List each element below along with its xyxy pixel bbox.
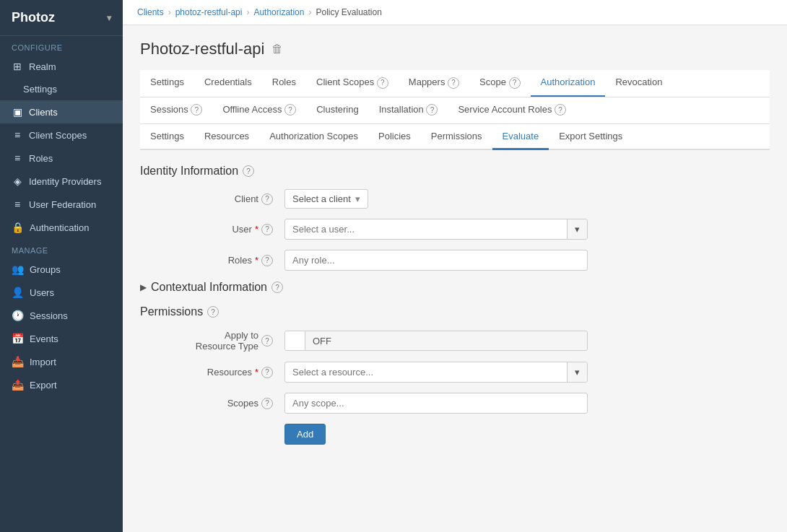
user-federation-icon: ≡ [12,199,23,210]
client-help-icon[interactable]: ? [261,193,273,205]
roles-form-row: Roles * ? [140,250,770,271]
permissions-section-header: Permissions ? [140,305,770,318]
tab-client-scopes[interactable]: Client Scopes ? [306,70,399,97]
add-button[interactable]: Add [284,424,326,445]
roles-required-star: * [255,255,258,266]
subtab-policies[interactable]: Policies [368,124,421,150]
client-select-label: Select a client [292,193,351,204]
roles-help-icon[interactable]: ? [261,255,273,266]
content-area: Photoz-restful-api 🗑 Settings Credential… [123,25,787,532]
scopes-input[interactable] [284,393,588,414]
tab-sessions[interactable]: Sessions ? [140,97,212,124]
resources-select-input[interactable] [285,362,567,382]
user-required-star: * [255,224,258,235]
sidebar-item-settings[interactable]: Settings [0,78,123,100]
tab-settings[interactable]: Settings [140,70,194,97]
sidebar-item-events-label: Events [30,333,58,344]
apply-to-resource-type-row: Apply toResource Type ? OFF [140,330,770,352]
sidebar-item-clients-label: Clients [29,107,58,118]
users-icon: 👤 [12,287,24,298]
breadcrumb-clients[interactable]: Clients [137,7,164,17]
scopes-input-wrap [284,393,588,414]
sidebar-item-export[interactable]: 📤 Export [0,373,123,396]
installation-help-icon[interactable]: ? [426,104,438,115]
mappers-help-icon[interactable]: ? [448,77,459,89]
sidebar-item-realm-label: Realm [29,61,56,72]
sidebar-item-roles[interactable]: ≡ Roles [0,147,123,170]
sidebar-logo[interactable]: Photoz ▾ [0,0,123,36]
sidebar-item-import[interactable]: 📥 Import [0,350,123,373]
subtab-export-settings[interactable]: Export Settings [549,124,632,150]
main-tab-row: Settings Credentials Roles Client Scopes… [140,70,770,97]
sidebar-item-client-scopes-label: Client Scopes [29,130,87,141]
sidebar-item-client-scopes[interactable]: ≡ Client Scopes [0,123,123,147]
resources-help-icon[interactable]: ? [261,367,273,378]
scopes-help-icon[interactable]: ? [261,398,273,409]
sidebar-item-realm[interactable]: ⊞ Realm [0,55,123,78]
sidebar-item-sessions[interactable]: 🕐 Sessions [0,304,123,327]
sidebar-item-clients[interactable]: ▣ Clients [0,100,123,123]
breadcrumb-sep-3: › [308,7,311,17]
resources-label: Resources * ? [140,367,284,378]
user-dropdown-button[interactable]: ▾ [567,219,587,239]
client-scopes-help-icon[interactable]: ? [377,77,388,89]
tab-scope[interactable]: Scope ? [469,70,530,97]
roles-label: Roles * ? [140,255,284,266]
sidebar-item-sessions-label: Sessions [30,310,68,321]
service-help-icon[interactable]: ? [555,104,566,115]
breadcrumb-authorization[interactable]: Authorization [253,7,304,17]
delete-icon[interactable]: 🗑 [271,43,283,56]
tab-authorization[interactable]: Authorization [531,70,606,97]
sidebar-item-identity-providers[interactable]: ◈ Identity Providers [0,170,123,193]
tab-offline-access[interactable]: Offline Access ? [212,97,306,124]
subtab-evaluate[interactable]: Evaluate [492,124,549,150]
tab-mappers[interactable]: Mappers ? [399,70,469,97]
clients-icon: ▣ [12,106,23,118]
client-select-button[interactable]: Select a client ▾ [284,189,368,209]
toggle-handle [285,331,305,350]
tab-installation[interactable]: Installation ? [369,97,448,124]
user-form-row: User * ? ▾ [140,219,770,240]
sessions-help-icon[interactable]: ? [191,104,202,115]
tab-service-account-roles[interactable]: Service Account Roles ? [448,97,576,124]
toggle-label: OFF [305,333,339,349]
identity-help-icon[interactable]: ? [243,165,254,177]
resources-required-star: * [255,367,258,378]
sidebar-item-users[interactable]: 👤 Users [0,281,123,304]
user-label: User * ? [140,224,284,235]
subtab-resources[interactable]: Resources [194,124,259,150]
toggle-switch[interactable]: OFF [284,331,588,351]
scope-help-icon[interactable]: ? [509,77,521,89]
resources-dropdown-button[interactable]: ▾ [567,362,587,382]
breadcrumb-api[interactable]: photoz-restful-api [175,7,243,17]
tab-roles[interactable]: Roles [262,70,306,97]
subtab-settings[interactable]: Settings [140,124,194,150]
sidebar-item-user-federation[interactable]: ≡ User Federation [0,193,123,216]
app-name: Photoz [12,10,55,25]
user-select-dropdown: ▾ [284,219,588,240]
tab-credentials[interactable]: Credentials [194,70,262,97]
user-help-icon[interactable]: ? [261,224,273,235]
sidebar-item-users-label: Users [30,287,54,298]
contextual-header[interactable]: ▶ Contextual Information ? [140,281,770,294]
subtab-permissions[interactable]: Permissions [421,124,492,150]
sidebar-item-export-label: Export [30,380,57,391]
tab-clustering[interactable]: Clustering [306,97,369,124]
client-select-wrap: Select a client ▾ [284,189,588,209]
user-select-input[interactable] [285,219,567,239]
tab-revocation[interactable]: Revocation [605,70,672,97]
contextual-help-icon[interactable]: ? [271,282,283,293]
sidebar-item-settings-label: Settings [23,84,57,95]
roles-input[interactable] [284,250,588,271]
permissions-help-icon[interactable]: ? [207,306,219,318]
client-label: Client ? [140,193,284,205]
sidebar-item-authentication[interactable]: 🔒 Authentication [0,216,123,239]
offline-help-icon[interactable]: ? [284,104,296,115]
breadcrumb-sep-1: › [168,7,171,17]
apply-help-icon[interactable]: ? [261,335,273,346]
sidebar-item-events[interactable]: 📅 Events [0,327,123,350]
page-title-row: Photoz-restful-api 🗑 [140,40,770,58]
subtab-authorization-scopes[interactable]: Authorization Scopes [259,124,368,150]
contextual-arrow-icon: ▶ [140,282,147,292]
sidebar-item-groups[interactable]: 👥 Groups [0,258,123,281]
